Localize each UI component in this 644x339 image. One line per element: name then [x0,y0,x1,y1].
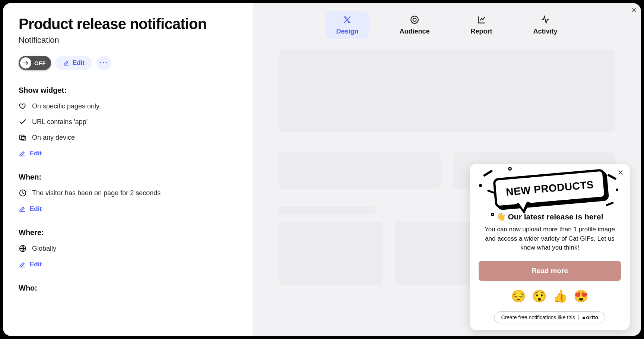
section-who: Who: [19,284,237,292]
popup-hero: NEW PRODUCTS [479,174,621,203]
page-title: Product release notification [19,16,237,32]
svg-point-4 [411,16,418,23]
pencil-square-icon [19,205,26,213]
placeholder-block [279,207,375,214]
section-when: When: The visitor has been on page for 2… [19,173,237,213]
main-panel: Design Audience Report Activity [253,3,641,336]
section-heading: When: [19,173,237,181]
popup-title: 👋 Our latest release is here! [479,212,621,221]
edit-button[interactable]: Edit [55,56,92,70]
pencil-square-icon [63,60,70,66]
condition-row: URL contains 'app' [19,118,237,126]
clock-icon [19,189,27,197]
check-icon [19,118,27,126]
page-subtitle: Notification [19,35,237,45]
design-icon [342,15,352,25]
condition-row: The visitor has been on page for 2 secon… [19,189,237,197]
edit-when-link[interactable]: Edit [19,205,237,213]
heart-icon [19,102,27,110]
popup-cta-button[interactable]: Read more [479,261,621,281]
tab-report[interactable]: Report [460,11,503,39]
svg-point-5 [413,18,416,22]
hero-bubble-text: NEW PRODUCTS [493,169,607,208]
device-icon [19,133,27,142]
sidebar: Product release notification Notificatio… [3,3,253,336]
popup-body: You can now upload more than 1 profile i… [479,225,621,253]
popup-close-button[interactable] [616,168,625,177]
branding-link[interactable]: Create free notifications like this | or… [494,311,606,323]
arrow-right-icon [20,57,31,69]
activity-icon [540,15,550,25]
placeholder-block [279,222,382,285]
tab-activity[interactable]: Activity [523,11,568,39]
reaction-bar: 😔 😯 👍 😍 [479,289,621,303]
section-heading: Show widget: [19,86,237,95]
section-heading: Where: [19,228,237,237]
more-button[interactable]: ··· [96,56,111,70]
placeholder-block [279,152,441,189]
target-icon [410,15,419,25]
svg-rect-0 [20,135,24,140]
chart-icon [477,15,486,25]
placeholder-block [279,50,615,132]
section-heading: Who: [19,284,237,292]
reaction-pensive[interactable]: 😔 [511,289,526,303]
reaction-hushed[interactable]: 😯 [532,289,547,303]
reaction-heart-eyes[interactable]: 😍 [574,289,589,303]
tab-audience[interactable]: Audience [389,11,440,39]
edit-show-widget-link[interactable]: Edit [19,150,237,157]
section-where: Where: Globally Edit [19,228,237,268]
status-toggle[interactable]: OFF [19,56,51,70]
edit-where-link[interactable]: Edit [19,261,237,268]
toggle-label: OFF [34,60,46,66]
dots-icon: ··· [99,58,108,68]
tab-design[interactable]: Design [326,11,369,39]
condition-row: On specific pages only [19,102,237,110]
pencil-square-icon [19,261,26,268]
app-window: Product release notification Notificatio… [3,3,641,336]
pencil-square-icon [19,150,26,157]
tabs: Design Audience Report Activity [253,3,641,47]
reaction-thumbs-up[interactable]: 👍 [553,289,568,303]
condition-row: Globally [19,244,237,253]
condition-row: On any device [19,133,237,142]
notification-popup: NEW PRODUCTS 👋 Our latest release is her… [470,164,630,330]
section-show-widget: Show widget: On specific pages only URL … [19,86,237,157]
globe-icon [19,244,27,253]
